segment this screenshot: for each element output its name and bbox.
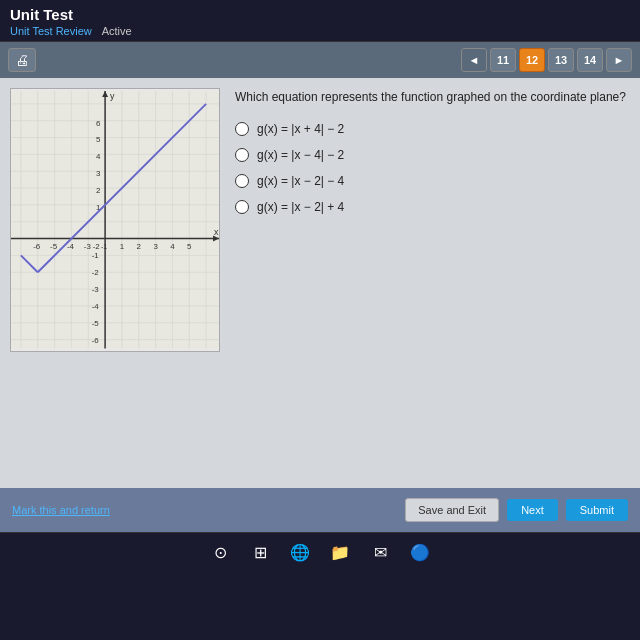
nav-page-14-button[interactable]: 14 bbox=[577, 48, 603, 72]
top-bar: Unit Test Unit Test Review Active bbox=[0, 0, 640, 42]
option-b-radio[interactable] bbox=[235, 148, 249, 162]
unit-test-review-link[interactable]: Unit Test Review bbox=[10, 25, 92, 37]
nav-page-13-button[interactable]: 13 bbox=[548, 48, 574, 72]
svg-text:3: 3 bbox=[153, 242, 158, 251]
svg-text:2: 2 bbox=[96, 186, 100, 195]
svg-text:5: 5 bbox=[187, 242, 192, 251]
svg-text:3: 3 bbox=[96, 169, 101, 178]
svg-rect-0 bbox=[11, 91, 219, 349]
breadcrumb: Unit Test Review Active bbox=[10, 25, 630, 37]
svg-text:x: x bbox=[214, 227, 219, 237]
question-area: y x -6 -5 -4 -3 -2 -1 1 2 3 4 5 6 5 bbox=[0, 78, 640, 362]
chrome-icon[interactable]: 🔵 bbox=[408, 541, 432, 565]
submit-button[interactable]: Submit bbox=[566, 499, 628, 521]
option-d-radio[interactable] bbox=[235, 200, 249, 214]
svg-text:-5: -5 bbox=[92, 319, 100, 328]
taskbar: ⊙ ⊞ 🌐 📁 ✉ 🔵 bbox=[0, 532, 640, 572]
graph-container: y x -6 -5 -4 -3 -2 -1 1 2 3 4 5 6 5 bbox=[10, 88, 220, 352]
svg-text:5: 5 bbox=[96, 136, 101, 145]
svg-text:-5: -5 bbox=[50, 242, 58, 251]
nav-next-button[interactable]: ► bbox=[606, 48, 632, 72]
svg-text:-4: -4 bbox=[92, 302, 100, 311]
option-c-label: g(x) = |x − 2| − 4 bbox=[257, 174, 344, 188]
mail-icon[interactable]: ✉ bbox=[368, 541, 392, 565]
edge-icon[interactable]: 🌐 bbox=[288, 541, 312, 565]
option-a-radio[interactable] bbox=[235, 122, 249, 136]
main-content: 🖨 ◄ 11 12 13 14 ► bbox=[0, 42, 640, 532]
svg-text:4: 4 bbox=[96, 152, 101, 161]
coordinate-graph: y x -6 -5 -4 -3 -2 -1 1 2 3 4 5 6 5 bbox=[11, 89, 219, 351]
header-row: 🖨 ◄ 11 12 13 14 ► bbox=[0, 42, 640, 78]
svg-text:-3: -3 bbox=[92, 285, 100, 294]
svg-text:-1: -1 bbox=[101, 243, 107, 250]
nav-page-11-button[interactable]: 11 bbox=[490, 48, 516, 72]
svg-text:-2: -2 bbox=[93, 242, 100, 251]
svg-text:-1: -1 bbox=[92, 251, 100, 260]
option-a-label: g(x) = |x + 4| − 2 bbox=[257, 122, 344, 136]
taskview-icon[interactable]: ⊞ bbox=[248, 541, 272, 565]
save-exit-button[interactable]: Save and Exit bbox=[405, 498, 499, 522]
option-b-row[interactable]: g(x) = |x − 4| − 2 bbox=[235, 148, 630, 162]
status-badge: Active bbox=[102, 25, 132, 37]
print-icon[interactable]: 🖨 bbox=[8, 48, 36, 72]
option-b-label: g(x) = |x − 4| − 2 bbox=[257, 148, 344, 162]
spacer bbox=[0, 362, 640, 488]
bottom-buttons: Save and Exit Next Submit bbox=[405, 498, 628, 522]
option-c-radio[interactable] bbox=[235, 174, 249, 188]
page-title: Unit Test bbox=[10, 6, 630, 23]
nav-buttons: ◄ 11 12 13 14 ► bbox=[461, 48, 632, 72]
svg-text:-4: -4 bbox=[67, 242, 75, 251]
svg-text:-6: -6 bbox=[33, 242, 41, 251]
svg-text:y: y bbox=[110, 91, 115, 101]
option-d-label: g(x) = |x − 2| + 4 bbox=[257, 200, 344, 214]
folder-icon[interactable]: 📁 bbox=[328, 541, 352, 565]
question-text: Which equation represents the function g… bbox=[235, 88, 630, 106]
nav-page-12-button[interactable]: 12 bbox=[519, 48, 545, 72]
option-a-row[interactable]: g(x) = |x + 4| − 2 bbox=[235, 122, 630, 136]
svg-text:-3: -3 bbox=[84, 242, 92, 251]
svg-text:1: 1 bbox=[120, 242, 125, 251]
mark-return-link[interactable]: Mark this and return bbox=[12, 504, 110, 516]
svg-text:-6: -6 bbox=[92, 336, 100, 345]
option-c-row[interactable]: g(x) = |x − 2| − 4 bbox=[235, 174, 630, 188]
svg-text:-2: -2 bbox=[92, 268, 99, 277]
option-d-row[interactable]: g(x) = |x − 2| + 4 bbox=[235, 200, 630, 214]
svg-text:6: 6 bbox=[96, 119, 101, 128]
svg-text:2: 2 bbox=[137, 242, 141, 251]
bottom-bar: Mark this and return Save and Exit Next … bbox=[0, 488, 640, 532]
svg-text:4: 4 bbox=[170, 242, 175, 251]
next-button[interactable]: Next bbox=[507, 499, 558, 521]
search-taskbar-icon[interactable]: ⊙ bbox=[208, 541, 232, 565]
nav-prev-button[interactable]: ◄ bbox=[461, 48, 487, 72]
question-text-area: Which equation represents the function g… bbox=[235, 88, 630, 352]
